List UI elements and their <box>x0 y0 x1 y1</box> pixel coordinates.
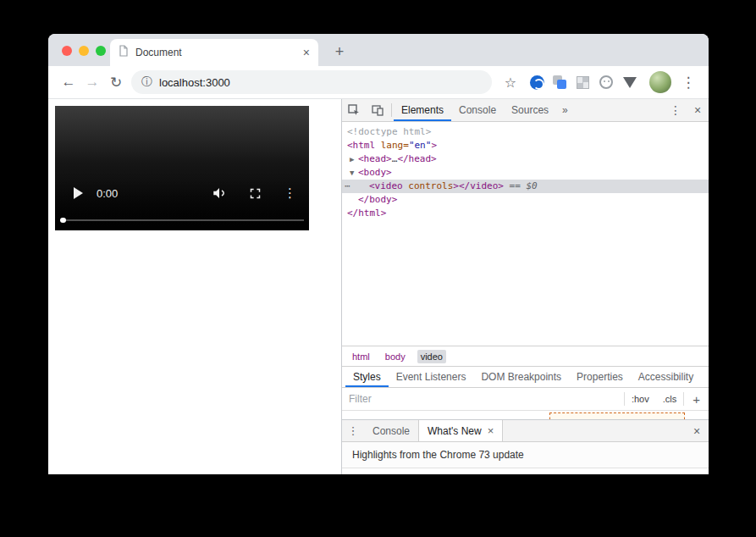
site-info-icon[interactable]: ⓘ <box>141 75 152 90</box>
back-button[interactable]: ← <box>57 70 80 94</box>
tab-strip: Document × + <box>48 34 709 66</box>
extension-icon-3[interactable] <box>575 75 590 90</box>
tree-node[interactable]: ▼<body> <box>342 166 709 180</box>
code-token: </body> <box>358 194 397 205</box>
box-model-margin-outline <box>549 412 685 419</box>
translate-extension-icon[interactable] <box>553 75 566 89</box>
devtools-tab-sources[interactable]: Sources <box>504 99 556 121</box>
devtools-panel: Elements Console Sources » ⋮ × <!doctype… <box>341 99 709 474</box>
tree-node[interactable]: <html lang="en"> <box>342 139 709 152</box>
address-bar[interactable]: ⓘ localhost:3000 <box>131 70 492 94</box>
drawer-close-icon[interactable]: × <box>685 420 709 441</box>
video-current-time: 0:00 <box>97 187 118 200</box>
node-overflow-icon[interactable]: ⋯ <box>345 180 350 193</box>
reload-button[interactable]: ↻ <box>104 70 128 94</box>
tree-node[interactable]: </body> <box>342 193 709 207</box>
code-token: <video <box>369 180 403 191</box>
traffic-lights <box>62 46 106 56</box>
browser-tab[interactable]: Document × <box>110 39 318 66</box>
styles-pane <box>342 411 709 419</box>
tree-node[interactable]: </html> <box>342 207 709 220</box>
new-tab-button[interactable]: + <box>329 42 350 62</box>
video-progress-thumb[interactable] <box>60 218 66 223</box>
drawer-menu-icon[interactable]: ⋮ <box>342 420 364 441</box>
video-player[interactable]: 0:00 ⋮ <box>55 106 309 230</box>
tree-node[interactable]: ⋯<video controls></video> == $0 <box>342 180 709 193</box>
extension-icon-5[interactable] <box>622 75 637 90</box>
styles-sidebar-tabs: Styles Event Listeners DOM Breakpoints P… <box>342 366 709 388</box>
code-token: ></video> <box>453 180 504 191</box>
extension-icon-4[interactable] <box>599 75 614 90</box>
code-token: lang= <box>375 140 409 151</box>
code-token: <html <box>347 140 375 151</box>
browser-menu-icon[interactable]: ⋮ <box>676 70 700 94</box>
extensions-area <box>529 75 637 90</box>
code-token: <head> <box>358 153 392 164</box>
drawer-tab-close-icon[interactable]: × <box>488 424 494 437</box>
whats-new-panel: Highlights from the Chrome 73 update <box>342 442 709 474</box>
code-token: </html> <box>347 208 386 219</box>
devtools-toolbar: Elements Console Sources » ⋮ × <box>342 99 709 122</box>
devtools-tab-console[interactable]: Console <box>451 99 504 121</box>
video-controls-bar: 0:00 ⋮ <box>55 184 309 202</box>
drawer-tab-console[interactable]: Console <box>364 420 418 441</box>
breadcrumb-body[interactable]: body <box>382 350 409 363</box>
expand-arrow-icon[interactable]: ▶ <box>350 152 358 166</box>
fullscreen-button[interactable] <box>249 187 262 200</box>
code-token: <!doctype html> <box>347 126 431 137</box>
video-overflow-menu-icon[interactable]: ⋮ <box>284 185 297 201</box>
content-area: 0:00 ⋮ <box>48 99 709 474</box>
elements-tree: <!doctype html><html lang="en">▶<head>…<… <box>342 122 709 346</box>
toggle-element-state-button[interactable]: :hov <box>625 394 656 404</box>
video-progress-bar[interactable] <box>60 219 304 221</box>
whats-new-message: Highlights from the Chrome 73 update <box>342 442 709 468</box>
drawer-header: ⋮ Console What's New × × <box>342 420 709 442</box>
collapse-arrow-icon[interactable]: ▼ <box>350 166 358 180</box>
tab-accessibility[interactable]: Accessibility <box>631 367 701 387</box>
element-classes-button[interactable]: .cls <box>656 394 684 404</box>
tab-properties[interactable]: Properties <box>569 367 631 387</box>
code-token: controls <box>403 180 454 191</box>
styles-filter-row: :hov .cls + <box>342 388 709 411</box>
zoom-window-button[interactable] <box>96 46 106 56</box>
drawer-tab-whats-new[interactable]: What's New × <box>418 420 503 441</box>
page-viewport: 0:00 ⋮ <box>48 99 341 474</box>
code-token: > <box>431 140 437 151</box>
code-token: </head> <box>397 153 436 164</box>
breadcrumb: html body video <box>342 346 709 366</box>
drawer-tab-whats-new-label: What's New <box>428 425 482 437</box>
styles-filter-input[interactable] <box>342 393 624 405</box>
code-token: $0 <box>526 180 537 191</box>
document-icon <box>119 45 129 60</box>
new-style-rule-button[interactable]: + <box>684 392 709 407</box>
minimize-window-button[interactable] <box>79 46 89 56</box>
tab-event-listeners[interactable]: Event Listeners <box>389 367 474 387</box>
forward-button[interactable]: → <box>80 70 104 94</box>
code-token: "en" <box>409 140 432 151</box>
code-token: == <box>504 180 527 191</box>
devtools-tab-elements[interactable]: Elements <box>394 99 451 121</box>
tab-close-icon[interactable]: × <box>303 47 310 58</box>
breadcrumb-html[interactable]: html <box>349 350 373 363</box>
browser-toolbar: ← → ↻ ⓘ localhost:3000 ☆ ⋮ <box>48 66 709 99</box>
tree-node[interactable]: ▶<head>…</head> <box>342 152 709 166</box>
tree-node[interactable]: <!doctype html> <box>342 125 709 139</box>
url-text: localhost:3000 <box>159 76 230 89</box>
play-button[interactable] <box>74 187 83 199</box>
console-drawer: ⋮ Console What's New × × Highlights from… <box>342 419 709 474</box>
tab-dom-breakpoints[interactable]: DOM Breakpoints <box>473 367 569 387</box>
devtools-menu-icon[interactable]: ⋮ <box>665 103 687 117</box>
close-window-button[interactable] <box>62 46 72 56</box>
extension-icon-1[interactable] <box>529 75 544 90</box>
inspect-element-icon[interactable] <box>342 99 366 121</box>
mute-button[interactable] <box>212 185 227 201</box>
profile-avatar[interactable] <box>649 71 671 93</box>
breadcrumb-video[interactable]: video <box>417 350 446 363</box>
browser-window: Document × + ← → ↻ ⓘ localhost:3000 ☆ ⋮ <box>48 34 709 474</box>
tab-title: Document <box>135 47 296 58</box>
devtools-close-icon[interactable]: × <box>687 103 709 117</box>
tab-styles[interactable]: Styles <box>345 367 389 387</box>
device-toolbar-icon[interactable] <box>366 99 389 121</box>
more-tabs-icon[interactable]: » <box>556 99 574 121</box>
bookmark-star-icon[interactable]: ☆ <box>499 70 522 94</box>
